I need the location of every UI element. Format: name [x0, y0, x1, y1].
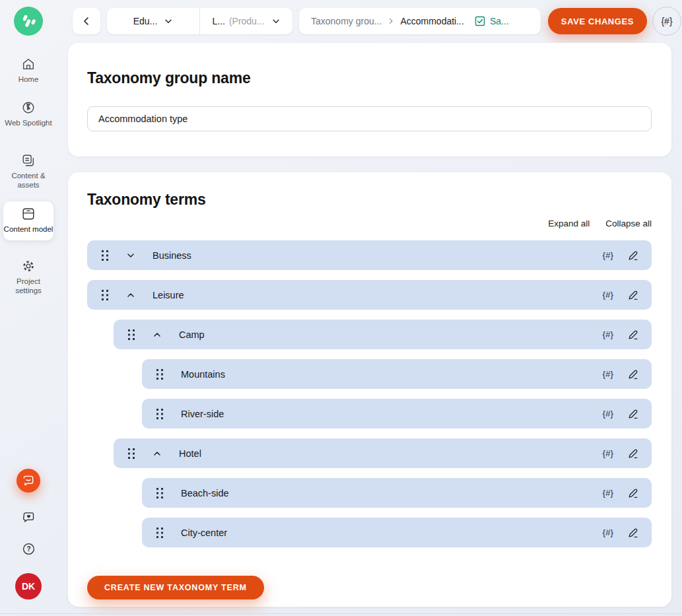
sidebar: Home Web Spotlight Content & assets [0, 0, 57, 616]
taxonomy-term-row[interactable]: Mountains {#} [142, 359, 652, 389]
svg-text:?: ? [26, 545, 30, 553]
content-assets-icon [21, 153, 36, 168]
drag-handle-icon[interactable] [127, 448, 135, 460]
drag-handle-icon[interactable] [101, 250, 109, 261]
app-logo-icon[interactable] [14, 7, 43, 36]
codename-icon[interactable]: {#} [602, 409, 613, 419]
term-label: Hotel [179, 448, 201, 459]
expand-collapse-links: Expand all Collapse all [87, 219, 652, 228]
taxonomy-term-list: Business {#} Leisure {#} [87, 240, 652, 547]
back-button[interactable] [73, 8, 100, 34]
drag-handle-icon[interactable] [156, 527, 164, 539]
sidebar-item-content-assets[interactable]: Content & assets [0, 153, 57, 189]
codename-icon[interactable]: {#} [602, 290, 613, 300]
avatar[interactable]: DK [15, 573, 42, 599]
taxonomy-term-row[interactable]: City-center {#} [142, 518, 652, 547]
edit-pencil-icon[interactable] [627, 487, 639, 499]
chevron-up-toggle[interactable] [152, 329, 162, 340]
taxonomy-terms-title: Taxonomy terms [87, 191, 652, 209]
codename-icon[interactable]: {#} [602, 528, 613, 537]
drag-handle-icon[interactable] [156, 487, 164, 499]
term-label: River-side [181, 409, 224, 419]
sidebar-item-label: Home [3, 75, 54, 84]
chevron-left-icon [81, 16, 92, 26]
sidebar-item-project-settings[interactable]: Project settings [0, 259, 57, 295]
edit-pencil-icon[interactable] [627, 250, 639, 261]
codename-icon: {#} [661, 16, 672, 26]
term-label: City-center [181, 528, 227, 538]
breadcrumb-parent[interactable]: Taxonomy grou... [311, 16, 382, 26]
home-icon [21, 57, 36, 71]
drag-handle-icon[interactable] [156, 368, 164, 380]
language-dropdown[interactable]: L... (Produ... [200, 8, 292, 34]
chevron-right-icon [387, 17, 395, 25]
codename-icon[interactable]: {#} [602, 448, 613, 458]
sidebar-item-content-model[interactable]: Content model [3, 201, 53, 240]
edit-pencil-icon[interactable] [627, 368, 639, 380]
collapse-all-link[interactable]: Collapse all [605, 219, 652, 228]
codename-icon[interactable]: {#} [602, 250, 613, 260]
term-label: Mountains [181, 369, 225, 380]
drag-handle-icon[interactable] [156, 408, 164, 420]
codename-icon[interactable]: {#} [602, 369, 613, 379]
sidebar-item-label: Content model [3, 224, 54, 234]
create-taxonomy-term-button[interactable]: CREATE NEW TAXONOMY TERM [87, 576, 264, 599]
term-row-actions: {#} [602, 487, 639, 499]
save-status: Sa... [475, 16, 509, 26]
sidebar-item-web-spotlight[interactable]: Web Spotlight [0, 100, 57, 127]
expand-all-link[interactable]: Expand all [548, 219, 590, 228]
term-row-actions: {#} [602, 329, 639, 341]
term-row-actions: {#} [602, 408, 639, 420]
chevron-down-icon [271, 17, 281, 26]
breadcrumb-current: Accommodati... [400, 16, 463, 26]
edit-pencil-icon[interactable] [627, 448, 639, 460]
chevron-down-icon [164, 17, 173, 26]
term-row-actions: {#} [602, 448, 639, 460]
project-dropdown[interactable]: Edu... [107, 8, 199, 34]
drag-handle-icon[interactable] [127, 329, 135, 341]
taxonomy-term-row[interactable]: River-side {#} [142, 399, 652, 428]
term-label: Leisure [153, 290, 184, 300]
edit-pencil-icon[interactable] [627, 408, 639, 420]
avatar-initials: DK [22, 581, 35, 592]
context-switcher: Edu... L... (Produ... [107, 8, 292, 34]
taxonomy-term-row[interactable]: Business {#} [87, 240, 652, 270]
feedback-icon[interactable] [22, 510, 36, 524]
bottom-divider [0, 613, 682, 616]
content-model-icon [21, 207, 36, 221]
taxonomy-term-row[interactable]: Camp {#} [114, 320, 652, 349]
edit-pencil-icon[interactable] [627, 527, 639, 539]
codename-icon[interactable]: {#} [602, 488, 613, 498]
taxonomy-term-row[interactable]: Beach-side {#} [142, 478, 652, 508]
project-dropdown-label: Edu... [133, 16, 158, 26]
drag-handle-icon[interactable] [101, 289, 109, 301]
codename-circle-button[interactable]: {#} [652, 7, 681, 36]
sidebar-item-home[interactable]: Home [0, 57, 57, 84]
taxonomy-group-name-input[interactable] [87, 106, 652, 131]
edit-pencil-icon[interactable] [627, 289, 639, 301]
taxonomy-group-name-card: Taxonomy group name [68, 43, 671, 156]
sidebar-item-label: Web Spotlight [3, 118, 54, 127]
taxonomy-term-row[interactable]: Leisure {#} [87, 280, 652, 310]
codename-icon[interactable]: {#} [602, 329, 613, 339]
chat-button[interactable] [17, 469, 40, 493]
sidebar-item-label: Content & assets [3, 171, 54, 189]
term-label: Camp [179, 329, 205, 340]
chevron-up-toggle[interactable] [125, 290, 136, 300]
save-changes-button[interactable]: SAVE CHANGES [548, 8, 647, 34]
taxonomy-terms-card: Taxonomy terms Expand all Collapse all B… [68, 172, 671, 607]
gear-icon [21, 259, 36, 273]
help-icon[interactable]: ? [22, 542, 36, 556]
term-row-actions: {#} [602, 250, 639, 261]
sidebar-item-label: Project settings [3, 277, 54, 295]
term-label: Beach-side [181, 488, 229, 498]
taxonomy-term-row[interactable]: Hotel {#} [114, 438, 652, 468]
chevron-down-toggle[interactable] [125, 250, 136, 261]
edit-pencil-icon[interactable] [627, 329, 639, 341]
term-row-actions: {#} [602, 368, 639, 380]
term-row-actions: {#} [602, 289, 639, 301]
saved-checkbox-icon [475, 16, 485, 26]
chevron-up-toggle[interactable] [152, 448, 162, 459]
breadcrumb: Taxonomy grou... Accommodati... Sa... [299, 8, 541, 34]
term-row-actions: {#} [602, 527, 639, 539]
